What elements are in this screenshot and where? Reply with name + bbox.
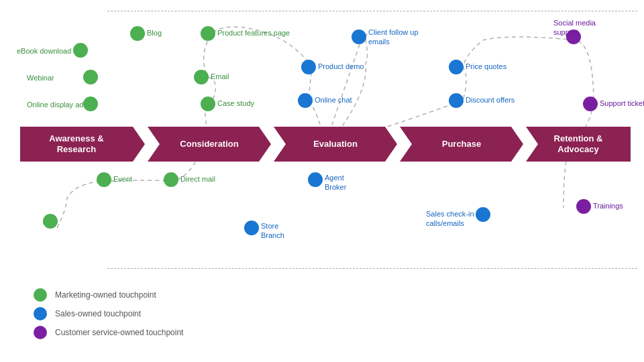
touchpoint-label: Product features page — [217, 28, 290, 38]
touchpoint-label: Webinar — [27, 73, 54, 82]
legend-dot — [34, 326, 47, 339]
legend-text: Sales-owned touchpoint — [55, 309, 141, 318]
touchpoint-label: Direct mail — [180, 174, 215, 184]
legend-dot — [34, 288, 47, 302]
touchpoint-label: Case study — [217, 99, 254, 108]
touchpoint-label: Social media support — [553, 18, 596, 38]
dot-blue — [449, 93, 464, 108]
touchpoint-label: Trainings — [593, 201, 623, 210]
touchpoint-label: Sales check-in calls/emails — [426, 209, 474, 229]
legend: Marketing-owned touchpointSales-owned to… — [34, 288, 183, 345]
touchpoint-label: Store Branch — [261, 221, 284, 241]
dot-purple — [576, 199, 591, 214]
svg-text:Consideration: Consideration — [180, 139, 238, 149]
touchpoint-label: Support tickets — [600, 99, 644, 108]
dot-green — [43, 214, 58, 229]
dot-blue — [301, 60, 316, 74]
dot-green — [130, 26, 145, 41]
dot-green — [83, 70, 98, 84]
legend-item: Customer service-owned touchpoint — [34, 326, 183, 339]
touchpoint-label: Event — [113, 174, 132, 184]
svg-text:Research: Research — [57, 144, 97, 154]
dot-green — [97, 172, 111, 187]
legend-text: Marketing-owned touchpoint — [55, 290, 156, 300]
dot-blue — [476, 207, 490, 222]
svg-text:Evaluation: Evaluation — [313, 139, 358, 149]
touchpoint-label: eBook download — [17, 46, 71, 56]
svg-text:Purchase: Purchase — [442, 139, 482, 149]
physical-dashed-line — [107, 268, 637, 269]
dot-green — [201, 26, 215, 41]
legend-text: Customer service-owned touchpoint — [55, 328, 183, 337]
dot-blue — [298, 93, 313, 108]
touchpoint-label: Agent Broker — [325, 173, 346, 192]
legend-item: Marketing-owned touchpoint — [34, 288, 183, 302]
touchpoint-label: Online chat — [315, 95, 352, 105]
dot-green — [164, 172, 178, 187]
svg-text:Awareness &: Awareness & — [49, 133, 103, 143]
dot-blue — [352, 29, 366, 44]
legend-item: Sales-owned touchpoint — [34, 307, 183, 320]
dot-blue — [308, 172, 323, 187]
touchpoint-label: Discount offers — [466, 95, 515, 105]
touchpoint-label: Client follow up emails — [368, 27, 419, 47]
touchpoint-label: Product demo — [318, 62, 364, 71]
legend-dot — [34, 307, 47, 320]
funnel-stages-svg: Awareness & Research Consideration Evalu… — [20, 127, 631, 162]
dot-blue — [449, 60, 464, 74]
dot-green — [73, 43, 88, 58]
touchpoint-label: Blog — [147, 28, 162, 38]
dot-purple — [583, 97, 598, 111]
dot-green — [201, 97, 215, 111]
touchpoint-label: Email — [211, 72, 229, 81]
svg-text:Retention &: Retention & — [554, 133, 603, 143]
svg-text:Advocacy: Advocacy — [557, 144, 599, 154]
dot-green — [194, 70, 209, 84]
touchpoint-label: Price quotes — [466, 62, 506, 71]
diagram-container: Awareness & Research Consideration Evalu… — [0, 0, 644, 362]
dot-green — [83, 97, 98, 111]
dot-blue — [244, 221, 259, 235]
digital-dashed-line — [107, 11, 637, 11]
touchpoint-label: Online display ad — [27, 100, 83, 109]
